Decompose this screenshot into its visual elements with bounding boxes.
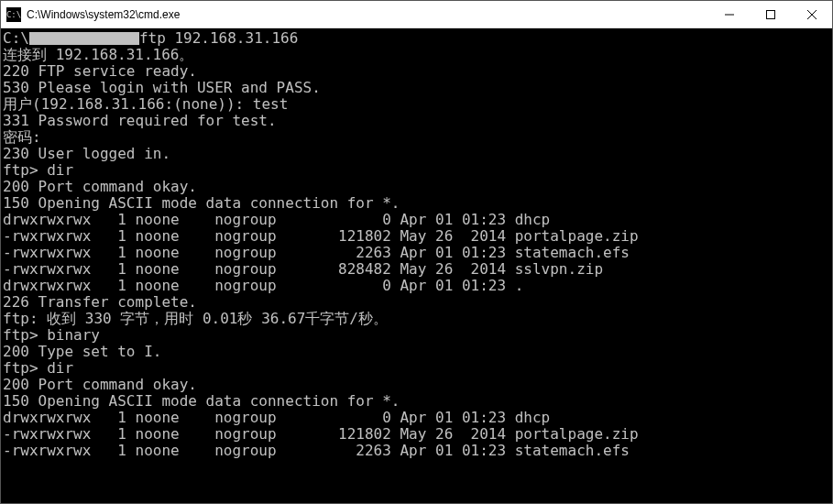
titlebar[interactable]: C:\ C:\Windows\system32\cmd.exe <box>1 1 832 28</box>
terminal-line: 用户(192.168.31.166:(none)): test <box>3 96 830 113</box>
terminal-line: 331 Password required for test. <box>3 113 830 129</box>
terminal-line: 连接到 192.168.31.166。 <box>3 47 830 63</box>
terminal-line: ftp> dir <box>3 162 830 179</box>
terminal-line: 密码: <box>3 129 830 146</box>
terminal-line: drwxrwxrwx 1 noone nogroup 0 Apr 01 01:2… <box>3 410 830 426</box>
terminal-line: -rwxrwxrwx 1 noone nogroup 2263 Apr 01 0… <box>3 245 830 261</box>
terminal-line: 230 User logged in. <box>3 146 830 162</box>
terminal-line: drwxrwxrwx 1 noone nogroup 0 Apr 01 01:2… <box>3 278 830 294</box>
terminal-line: 530 Please login with USER and PASS. <box>3 80 830 96</box>
cmd-window: C:\ C:\Windows\system32\cmd.exe C:\ftp 1… <box>0 0 833 504</box>
redacted-path <box>29 32 139 45</box>
terminal-line: 150 Opening ASCII mode data connection f… <box>3 195 830 212</box>
terminal-line: 200 Type set to I. <box>3 344 830 360</box>
cmd-icon: C:\ <box>6 7 21 22</box>
terminal-line: 200 Port command okay. <box>3 179 830 195</box>
terminal-line: ftp> dir <box>3 360 830 377</box>
terminal-line: 220 FTP service ready. <box>3 63 830 80</box>
svg-rect-1 <box>766 10 774 18</box>
terminal-line: -rwxrwxrwx 1 noone nogroup 828482 May 26… <box>3 261 830 278</box>
terminal-line: drwxrwxrwx 1 noone nogroup 0 Apr 01 01:2… <box>3 212 830 228</box>
window-controls <box>708 1 832 27</box>
terminal-line: -rwxrwxrwx 1 noone nogroup 121802 May 26… <box>3 426 830 443</box>
minimize-button[interactable] <box>708 1 750 27</box>
close-button[interactable] <box>791 1 832 27</box>
terminal-line: ftp: 收到 330 字节，用时 0.01秒 36.67千字节/秒。 <box>3 311 830 327</box>
terminal-line: ftp> binary <box>3 327 830 344</box>
prompt-prefix: C:\ <box>3 29 29 47</box>
terminal-line: -rwxrwxrwx 1 noone nogroup 121802 May 26… <box>3 228 830 245</box>
terminal-line: 200 Port command okay. <box>3 377 830 393</box>
terminal-line: -rwxrwxrwx 1 noone nogroup 2263 Apr 01 0… <box>3 443 830 459</box>
terminal-line: 226 Transfer complete. <box>3 294 830 311</box>
terminal-line: C:\ftp 192.168.31.166 <box>3 30 830 47</box>
window-title: C:\Windows\system32\cmd.exe <box>27 8 708 21</box>
terminal-output[interactable]: C:\ftp 192.168.31.166连接到 192.168.31.166。… <box>1 28 832 503</box>
terminal-line: 150 Opening ASCII mode data connection f… <box>3 393 830 410</box>
maximize-button[interactable] <box>750 1 791 27</box>
ftp-command: ftp 192.168.31.166 <box>139 29 298 47</box>
